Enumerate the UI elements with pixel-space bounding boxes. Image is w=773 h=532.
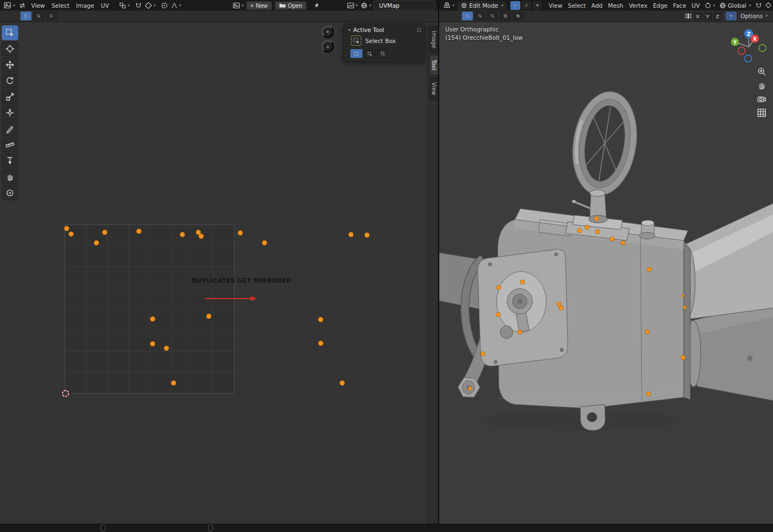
tool-scale[interactable]	[2, 89, 18, 104]
tool-mode-subtract-button[interactable]	[377, 49, 389, 58]
uv-zoom-button[interactable]	[322, 26, 334, 38]
uv-pan-button[interactable]	[322, 40, 334, 52]
uv-vertex-dot[interactable]	[349, 232, 354, 237]
gizmo-minus-z-axis[interactable]	[745, 55, 752, 62]
vertex-dot[interactable]	[481, 352, 485, 356]
mirror-y-toggle[interactable]: Y	[703, 12, 712, 20]
tool-rip-region[interactable]	[2, 153, 18, 168]
vp-menu-vertex[interactable]: Vertex	[626, 2, 651, 9]
vertex-dot[interactable]	[520, 280, 525, 284]
vertex-dot[interactable]	[610, 237, 614, 241]
uv-vertex-dot[interactable]	[238, 231, 243, 236]
tool-grab[interactable]	[2, 169, 18, 184]
uv-vertex-dot[interactable]	[262, 241, 267, 246]
uv-vertex-dot[interactable]	[164, 346, 169, 351]
snapping-toggle[interactable]	[726, 12, 737, 20]
vertex-dot[interactable]	[646, 392, 651, 396]
vertex-dot[interactable]	[496, 312, 500, 317]
falloff-dropdown[interactable]: ▾	[170, 1, 183, 10]
tool-transform[interactable]	[2, 105, 18, 120]
uv-sync-select-toggle[interactable]	[18, 1, 27, 10]
active-tool-row[interactable]: Select Box	[344, 34, 425, 47]
tool-measure[interactable]	[2, 137, 18, 152]
vertex-dot[interactable]	[557, 302, 561, 306]
viewport-editor-type-button[interactable]: ▾	[442, 1, 456, 10]
mirror-x-toggle[interactable]: X	[694, 12, 702, 20]
vertex-dot[interactable]	[681, 355, 685, 360]
uv-vertex-dot[interactable]	[68, 232, 73, 237]
uv-canvas[interactable]: DUPLICATES GET MIRRORED ▾ Active Tool	[0, 22, 438, 524]
select-mode-subtract-button[interactable]	[46, 12, 57, 20]
vertex-dot[interactable]	[595, 230, 600, 234]
panel-drag-handle-icon[interactable]	[417, 28, 422, 33]
uv-vertex-dot[interactable]	[150, 317, 155, 322]
image-browse-dropdown[interactable]: ▾	[232, 1, 245, 10]
tab-image[interactable]: Image	[429, 26, 438, 53]
pivot-point-dropdown[interactable]: ▾	[118, 1, 131, 10]
uv-menu-view[interactable]: View	[28, 2, 49, 9]
orientation-dropdown[interactable]: Global ▾	[717, 2, 753, 9]
proportional-editing-toggle[interactable]	[160, 1, 169, 10]
vp-select-mode-intersect-button[interactable]	[513, 12, 524, 20]
active-tool-panel-header[interactable]: ▾ Active Tool	[344, 24, 425, 34]
vertex-dot[interactable]	[468, 387, 472, 391]
viewport-canvas[interactable]: User Orthographic (154) OrecchieBolt_01_…	[439, 22, 773, 524]
tool-cursor[interactable]	[2, 41, 18, 56]
vertex-dot[interactable]	[497, 285, 501, 290]
uv-menu-uv[interactable]: UV	[98, 2, 113, 9]
pin-toggle[interactable]	[312, 1, 321, 10]
tool-mode-new-button[interactable]	[350, 49, 362, 58]
vp-select-mode-extend-button[interactable]	[475, 12, 486, 20]
vp-menu-mesh[interactable]: Mesh	[605, 2, 626, 9]
gizmo-minus-x-axis[interactable]	[738, 47, 745, 55]
tool-relax[interactable]	[2, 185, 18, 200]
face-select-mode-button[interactable]	[532, 1, 542, 10]
uv-vertex-dot[interactable]	[365, 233, 370, 238]
view-navigation-gizmo[interactable]: Z X Y	[729, 25, 769, 65]
options-dropdown[interactable]: Options ▾	[738, 12, 770, 20]
uv-vertex-dot[interactable]	[340, 381, 345, 386]
snap-target-dropdown[interactable]: ▾	[144, 1, 157, 10]
select-mode-extend-button[interactable]	[33, 12, 44, 20]
ortho-grid-icon[interactable]	[757, 108, 766, 118]
tab-view[interactable]: View	[429, 77, 438, 100]
vertex-dot[interactable]	[559, 306, 563, 310]
vertex-dot[interactable]	[647, 267, 652, 272]
vp-menu-edge[interactable]: Edge	[650, 2, 670, 9]
viewport-snap-target-dropdown[interactable]: ▾	[764, 1, 773, 10]
open-image-button[interactable]: Open	[275, 1, 307, 10]
vertex-dot[interactable]	[683, 306, 686, 309]
uv-menu-image[interactable]: Image	[73, 2, 98, 9]
uv-vertex-dot[interactable]	[64, 226, 69, 231]
image-pin-dropdown[interactable]: ▾	[346, 1, 359, 10]
vertex-dot[interactable]	[594, 216, 599, 221]
snap-toggle[interactable]	[134, 1, 143, 10]
zoom-icon[interactable]	[757, 67, 766, 76]
vertex-select-mode-button[interactable]	[510, 1, 520, 10]
uv-vertex-dot[interactable]	[206, 314, 211, 319]
vp-menu-uv[interactable]: UV	[689, 2, 703, 9]
uv-menu-select[interactable]: Select	[48, 2, 72, 9]
tool-rotate[interactable]	[2, 73, 18, 88]
vp-menu-add[interactable]: Add	[589, 2, 605, 9]
vp-select-mode-subtract-button[interactable]	[487, 12, 498, 20]
select-mode-new-button[interactable]	[20, 12, 31, 20]
tool-annotate[interactable]	[2, 121, 18, 136]
tool-select-box[interactable]	[2, 25, 18, 40]
uv-editor-type-button[interactable]: ▾	[3, 1, 17, 10]
vertex-dot[interactable]	[645, 329, 649, 334]
vp-menu-view[interactable]: View	[546, 2, 565, 9]
vp-menu-select[interactable]: Select	[565, 2, 588, 9]
uv-vertex-dot[interactable]	[150, 342, 155, 347]
vertex-dot[interactable]	[585, 225, 589, 230]
uv-vertex-dot[interactable]	[199, 234, 204, 239]
uv-vertex-dot[interactable]	[318, 317, 323, 322]
edge-select-mode-button[interactable]	[521, 1, 531, 10]
gizmo-minus-y-axis[interactable]	[759, 45, 766, 52]
image-name-field[interactable]: UVMap	[374, 1, 435, 10]
tool-mode-extend-button[interactable]	[364, 49, 376, 58]
transform-pivot-dropdown[interactable]: ▾	[703, 1, 716, 10]
uv-vertex-dot[interactable]	[102, 230, 107, 235]
tab-tool[interactable]: Tool	[429, 55, 438, 75]
camera-view-icon[interactable]	[757, 94, 766, 104]
